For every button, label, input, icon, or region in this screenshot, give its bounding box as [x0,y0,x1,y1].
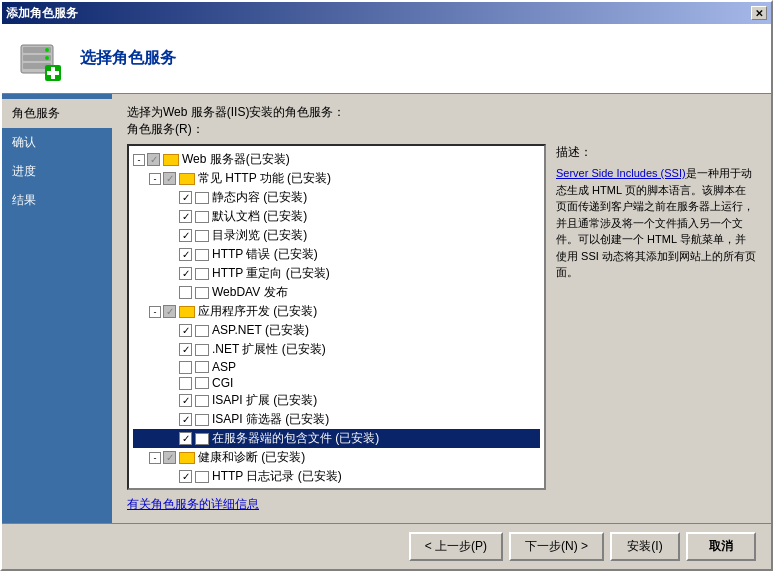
checkbox-net-ext[interactable] [179,343,192,356]
tree-item-aspnet[interactable]: ASP.NET (已安装) [133,321,540,340]
link-area: 有关角色服务的详细信息 [127,496,756,513]
checkbox-isapi-filter[interactable] [179,413,192,426]
tree-item-http-features[interactable]: -常见 HTTP 功能 (已安装) [133,169,540,188]
tree-label-static-content: 静态内容 (已安装) [212,189,307,206]
header-area: 选择角色服务 [2,24,771,94]
details-link[interactable]: 有关角色服务的详细信息 [127,497,259,511]
expand-btn-app-dev[interactable]: - [149,306,161,318]
tree-item-dir-browse[interactable]: 目录浏览 (已安装) [133,226,540,245]
page-icon-webdav [195,287,209,299]
tree-panel[interactable]: -Web 服务器(已安装)-常见 HTTP 功能 (已安装)静态内容 (已安装)… [127,144,546,490]
checkbox-health[interactable] [163,451,176,464]
checkbox-static-content[interactable] [179,191,192,204]
cancel-button[interactable]: 取消 [686,532,756,561]
section-title: 选择为Web 服务器(IIS)安装的角色服务： 角色服务(R)： [127,104,756,138]
description-text: 是一种用于动态生成 HTML 页的脚本语言。该脚本在页面传递到客户端之前在服务器… [556,167,756,278]
checkbox-app-dev[interactable] [163,305,176,318]
header-title: 选择角色服务 [80,48,176,69]
page-icon-isapi-filter [195,414,209,426]
checkbox-web-server[interactable] [147,153,160,166]
description-link[interactable]: Server Side Includes (SSI) [556,167,686,179]
page-icon-log-tools [195,490,209,491]
checkbox-cgi[interactable] [179,377,192,390]
checkbox-aspnet[interactable] [179,324,192,337]
sidebar-item-progress[interactable]: 进度 [2,157,112,186]
checkbox-http-log[interactable] [179,470,192,483]
expand-btn-web-server[interactable]: - [133,154,145,166]
description-panel: 描述： Server Side Includes (SSI)是一种用于动态生成 … [556,144,756,490]
tree-item-ssi[interactable]: 在服务器端的包含文件 (已安装) [133,429,540,448]
content-split: -Web 服务器(已安装)-常见 HTTP 功能 (已安装)静态内容 (已安装)… [127,144,756,490]
tree-item-http-log[interactable]: HTTP 日志记录 (已安装) [133,467,540,486]
page-icon-ssi [195,433,209,445]
svg-point-5 [45,56,49,60]
tree-label-app-dev: 应用程序开发 (已安装) [198,303,317,320]
sidebar-item-role-services[interactable]: 角色服务 [2,99,112,128]
checkbox-default-doc[interactable] [179,210,192,223]
tree-item-isapi-filter[interactable]: ISAPI 筛选器 (已安装) [133,410,540,429]
tree-item-isapi-ext[interactable]: ISAPI 扩展 (已安装) [133,391,540,410]
tree-item-web-server[interactable]: -Web 服务器(已安装) [133,150,540,169]
svg-rect-8 [47,71,59,75]
back-button[interactable]: < 上一步(P) [409,532,503,561]
tree-label-http-redirect: HTTP 重定向 (已安装) [212,265,330,282]
main-window: 添加角色服务 ✕ [0,0,773,571]
page-icon-http-redirect [195,268,209,280]
page-icon-asp [195,361,209,373]
tree-label-http-log: HTTP 日志记录 (已安装) [212,468,342,485]
tree-label-net-ext: .NET 扩展性 (已安装) [212,341,326,358]
footer: < 上一步(P) 下一步(N) > 安装(I) 取消 [2,523,771,569]
page-icon-http-errors [195,249,209,261]
tree-item-net-ext[interactable]: .NET 扩展性 (已安装) [133,340,540,359]
tree-label-isapi-filter: ISAPI 筛选器 (已安装) [212,411,329,428]
checkbox-dir-browse[interactable] [179,229,192,242]
tree-label-webdav: WebDAV 发布 [212,284,288,301]
checkbox-webdav[interactable] [179,286,192,299]
page-icon-aspnet [195,325,209,337]
sidebar-item-results[interactable]: 结果 [2,186,112,215]
close-button[interactable]: ✕ [751,6,767,20]
description-box: Server Side Includes (SSI)是一种用于动态生成 HTML… [556,165,756,490]
folder-icon-app-dev [179,306,195,318]
checkbox-isapi-ext[interactable] [179,394,192,407]
page-icon-http-log [195,471,209,483]
tree-label-ssi: 在服务器端的包含文件 (已安装) [212,430,379,447]
svg-point-4 [45,48,49,52]
tree-item-app-dev[interactable]: -应用程序开发 (已安装) [133,302,540,321]
checkbox-http-features[interactable] [163,172,176,185]
tree-label-http-errors: HTTP 错误 (已安装) [212,246,318,263]
sidebar-item-confirm[interactable]: 确认 [2,128,112,157]
sidebar: 角色服务 确认 进度 结果 [2,94,112,523]
tree-item-webdav[interactable]: WebDAV 发布 [133,283,540,302]
next-button[interactable]: 下一步(N) > [509,532,604,561]
checkbox-log-tools[interactable] [179,489,192,490]
page-icon-static-content [195,192,209,204]
expand-btn-health[interactable]: - [149,452,161,464]
tree-label-asp: ASP [212,360,236,374]
tree-item-static-content[interactable]: 静态内容 (已安装) [133,188,540,207]
tree-item-default-doc[interactable]: 默认文档 (已安装) [133,207,540,226]
tree-item-health[interactable]: -健康和诊断 (已安装) [133,448,540,467]
checkbox-ssi[interactable] [179,432,192,445]
folder-icon-health [179,452,195,464]
tree-item-cgi[interactable]: CGI [133,375,540,391]
tree-item-asp[interactable]: ASP [133,359,540,375]
page-icon-dir-browse [195,230,209,242]
tree-item-http-redirect[interactable]: HTTP 重定向 (已安装) [133,264,540,283]
page-icon-isapi-ext [195,395,209,407]
tree-item-log-tools[interactable]: 日志记录工具 [133,486,540,490]
checkbox-asp[interactable] [179,361,192,374]
checkbox-http-redirect[interactable] [179,267,192,280]
tree-item-http-errors[interactable]: HTTP 错误 (已安装) [133,245,540,264]
tree-label-aspnet: ASP.NET (已安装) [212,322,309,339]
install-button[interactable]: 安装(I) [610,532,680,561]
tree-label-web-server: Web 服务器(已安装) [182,151,290,168]
checkbox-http-errors[interactable] [179,248,192,261]
title-bar: 添加角色服务 ✕ [2,2,771,24]
folder-icon-web-server [163,154,179,166]
main-content-area: 选择为Web 服务器(IIS)安装的角色服务： 角色服务(R)： -Web 服务… [112,94,771,523]
page-icon-default-doc [195,211,209,223]
expand-btn-http-features[interactable]: - [149,173,161,185]
tree-label-dir-browse: 目录浏览 (已安装) [212,227,307,244]
title-bar-controls: ✕ [751,6,767,20]
